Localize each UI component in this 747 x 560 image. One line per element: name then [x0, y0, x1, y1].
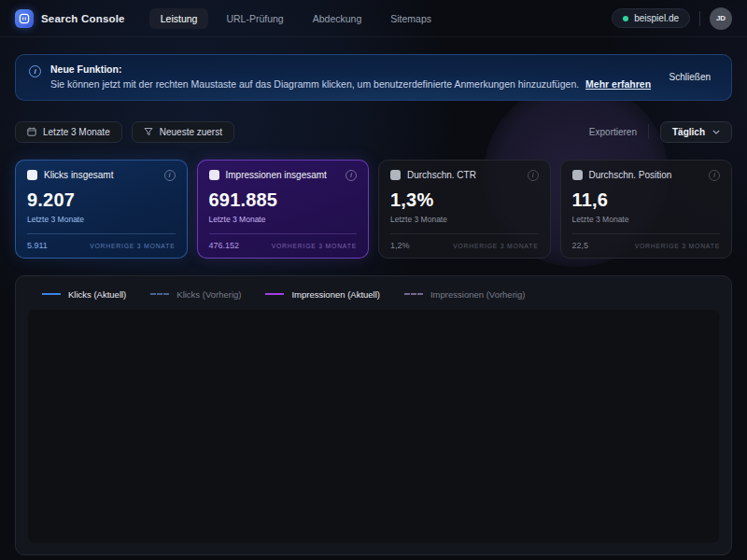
chart-plot-area[interactable]	[27, 309, 720, 543]
info-icon: i	[29, 65, 41, 77]
metric-checkbox-icon[interactable]	[390, 170, 401, 180]
metric-prev-value: 1,2%	[390, 241, 410, 250]
info-icon[interactable]: i	[528, 170, 539, 181]
search-console-logo-icon	[15, 9, 34, 28]
metric-label: Klicks insgesamt	[44, 170, 113, 180]
learn-more-link[interactable]: Mehr erfahren	[585, 78, 651, 90]
chart-legend: Klicks (Aktuell) Klicks (Vorherig) Impre…	[25, 284, 722, 309]
info-icon[interactable]: i	[345, 170, 357, 181]
metric-checkbox-icon[interactable]	[27, 170, 37, 180]
legend-item-klicks-vorherig[interactable]: Klicks (Vorherig)	[150, 289, 241, 300]
status-dot-icon	[623, 16, 628, 21]
filter-icon	[144, 127, 153, 136]
export-button[interactable]: Exportieren	[589, 127, 637, 137]
metric-card-impressionen[interactable]: Impressionen insgesamt i 691.885 Letzte …	[197, 160, 370, 259]
metric-card-klicks[interactable]: Klicks insgesamt i 9.207 Letzte 3 Monate…	[15, 160, 188, 259]
app-title: Search Console	[41, 13, 125, 24]
line-swatch-icon	[42, 293, 61, 295]
date-range-label: Letzte 3 Monate	[43, 127, 110, 137]
granularity-label: Täglich	[672, 127, 705, 137]
metric-checkbox-icon[interactable]	[572, 170, 583, 180]
date-range-filter[interactable]: Letzte 3 Monate	[15, 121, 122, 143]
info-icon[interactable]: i	[164, 170, 176, 181]
line-swatch-icon	[265, 293, 284, 295]
metric-card-position[interactable]: Durchschn. Position i 11,6 Letzte 3 Mona…	[560, 160, 733, 259]
legend-item-impressionen-vorherig[interactable]: Impressionen (Vorherig)	[404, 289, 525, 300]
nav-tab-abdeckung[interactable]: Abdeckung	[302, 8, 374, 29]
legend-item-klicks-aktuell[interactable]: Klicks (Aktuell)	[42, 289, 126, 300]
metric-period: Letzte 3 Monate	[390, 215, 539, 224]
metric-prev-value: 476.152	[209, 241, 240, 250]
banner-close-button[interactable]: Schließen	[662, 66, 718, 88]
metric-value: 1,3%	[390, 189, 539, 211]
metric-label: Durchschn. Position	[589, 170, 672, 180]
metric-prev-label: VORHERIGE 3 MONATE	[635, 243, 720, 249]
metric-prev-label: VORHERIGE 3 MONATE	[272, 243, 357, 249]
metric-period: Letzte 3 Monate	[27, 215, 176, 224]
metric-period: Letzte 3 Monate	[209, 215, 358, 224]
calendar-icon	[27, 127, 36, 136]
metric-cards: Klicks insgesamt i 9.207 Letzte 3 Monate…	[15, 160, 732, 259]
performance-chart-panel: Klicks (Aktuell) Klicks (Vorherig) Impre…	[15, 275, 732, 555]
metric-prev-label: VORHERIGE 3 MONATE	[90, 243, 175, 249]
metric-value: 11,6	[572, 189, 721, 211]
info-icon[interactable]: i	[709, 170, 720, 181]
header-divider	[699, 11, 700, 26]
metric-prev-value: 5.911	[27, 241, 48, 250]
nav-tab-sitemaps[interactable]: Sitemaps	[379, 8, 443, 29]
banner-body: Sie können jetzt mit der rechten Maustas…	[50, 78, 651, 91]
metric-period: Letzte 3 Monate	[572, 215, 721, 224]
line-swatch-icon	[404, 293, 423, 295]
metric-label: Durchschn. CTR	[407, 170, 476, 180]
user-avatar[interactable]: JD	[710, 7, 732, 30]
metric-prev-label: VORHERIGE 3 MONATE	[453, 243, 538, 249]
top-bar: Search Console Leistung URL-Prüfung Abde…	[0, 0, 747, 37]
metric-prev-value: 22,5	[572, 241, 589, 250]
toolbar-divider	[648, 124, 649, 139]
new-feature-banner: i Neue Funktion: Sie können jetzt mit de…	[15, 54, 732, 101]
metric-label: Impressionen insgesamt	[226, 170, 327, 180]
line-swatch-icon	[150, 293, 169, 295]
sort-filter[interactable]: Neueste zuerst	[132, 121, 234, 143]
chevron-down-icon	[712, 130, 720, 134]
nav-tab-leistung[interactable]: Leistung	[149, 8, 209, 29]
metric-checkbox-icon[interactable]	[209, 170, 219, 180]
banner-title: Neue Funktion:	[50, 63, 651, 75]
granularity-dropdown[interactable]: Täglich	[660, 121, 732, 143]
property-selector[interactable]: beispiel.de	[612, 8, 690, 28]
metric-value: 9.207	[27, 189, 176, 211]
metric-card-ctr[interactable]: Durchschn. CTR i 1,3% Letzte 3 Monate 1,…	[378, 160, 551, 259]
metric-value: 691.885	[209, 189, 358, 211]
legend-item-impressionen-aktuell[interactable]: Impressionen (Aktuell)	[265, 289, 380, 300]
main-nav: Leistung URL-Prüfung Abdeckung Sitemaps	[149, 8, 443, 29]
sort-filter-label: Neueste zuerst	[160, 127, 222, 137]
property-name: beispiel.de	[634, 13, 679, 23]
filter-toolbar: Letzte 3 Monate Neueste zuerst Exportier…	[15, 121, 732, 143]
nav-tab-url-pruefung[interactable]: URL-Prüfung	[215, 8, 294, 29]
